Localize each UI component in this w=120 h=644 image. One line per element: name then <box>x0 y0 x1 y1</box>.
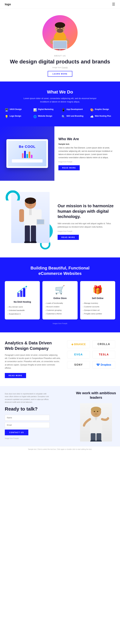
analytics-section: Analytics & Data Driven Web Design Compa… <box>0 332 120 386</box>
brand-dropbox: Dropbox <box>92 361 115 369</box>
ecommerce-section: Building Beautiful, Functional eCommerce… <box>0 258 120 332</box>
what-we-do-section: What We Do Lorem ipsum dolor sit amet, c… <box>0 82 120 126</box>
hamburger-icon[interactable]: ☰ <box>112 2 115 6</box>
svg-rect-27 <box>17 293 20 297</box>
ready-title: Ready to talk? <box>5 406 67 412</box>
who-description: Click to select the Text Element. Lorem … <box>58 146 116 159</box>
svg-rect-21 <box>19 209 24 222</box>
footer-note: Sample text. Click to select the text bo… <box>0 446 120 452</box>
ecommerce-image-source: Images from Freepik <box>5 323 115 324</box>
ready-image-source: Image from Freepik <box>5 438 67 439</box>
svg-point-47 <box>97 411 98 412</box>
website-icon: 🌐 <box>33 115 37 118</box>
laptop-text: Be COOL <box>19 144 36 149</box>
service-seo: 🔍 SEO and Branding <box>62 115 87 118</box>
svg-point-46 <box>94 411 95 412</box>
ready-name-input[interactable] <box>5 415 50 420</box>
laptop-mockup: Be COOL <box>7 139 48 168</box>
mission-person-svg <box>14 195 46 243</box>
service-graphic: 🎨 Graphic Design <box>90 108 115 112</box>
ready-form: CONTACT US <box>5 415 50 435</box>
hero-image-source: Image from Freepik <box>5 66 115 68</box>
brand-crolla: CROLLA <box>92 340 115 348</box>
ready-person-photo <box>80 403 112 442</box>
store-feature-3: – Customer grouping <box>45 308 75 312</box>
service-hosting: ☁️ Web Hosting Plus <box>90 115 115 118</box>
mission-images <box>5 189 53 250</box>
svg-rect-17 <box>25 226 30 243</box>
svg-text:↑: ↑ <box>26 287 27 290</box>
hosting-label: Web Hosting Plus <box>95 115 111 117</box>
svg-point-2 <box>55 22 65 28</box>
hosting-card: ↑ No-limit Hosting – Any domain name – U… <box>5 281 40 320</box>
digital-marketing-icon: 📊 <box>33 108 37 112</box>
analytics-description: Paragraph Lorem ipsum dolor sit amet, co… <box>5 354 61 370</box>
brand-binance: ◈ BINANCE <box>67 340 90 348</box>
brands-grid: ◈ BINANCE CROLLA EVGA TESLA SONY <box>67 340 115 369</box>
what-we-do-title: What We Do <box>5 90 115 94</box>
analytics-read-more-button[interactable]: READ MORE <box>5 373 26 378</box>
mission-description: Nibh venenatis cras sed felis eget velit… <box>58 222 115 228</box>
services-grid: 🖥️ UI/UX Design 📊 Digital Marketing 📱 Ap… <box>5 108 115 118</box>
who-we-are-section: Be COOL Who We Are Sample text. Click to… <box>0 126 120 181</box>
svg-point-39 <box>93 413 99 416</box>
svg-point-3 <box>57 29 63 33</box>
mission-section: Our mission is to harmonize human design… <box>0 181 120 258</box>
service-digital-marketing: 📊 Digital Marketing <box>33 108 59 112</box>
logo: logo <box>5 3 11 6</box>
contact-us-button[interactable]: CONTACT US <box>5 430 28 435</box>
analytics-left: Analytics & Data Driven Web Design Compa… <box>5 340 61 378</box>
svg-rect-28 <box>20 290 22 297</box>
binance-logo: ◈ BINANCE <box>71 343 86 346</box>
what-we-do-description: Lorem ipsum dolor sit amet, consectetur … <box>20 97 100 104</box>
mission-read-more-button[interactable]: READ MORE <box>58 235 79 240</box>
hero-image-circle <box>42 15 78 50</box>
seo-label: SEO and Branding <box>66 115 83 117</box>
ecommerce-cards: ↑ No-limit Hosting – Any domain name – U… <box>5 281 115 320</box>
hosting-icon: ☁️ <box>90 115 94 118</box>
logo-label: Logo Design <box>10 115 21 117</box>
sell-feature-4: – Pringilla varius porttitor <box>83 312 113 316</box>
sell-online-title: Sell Online <box>83 297 113 300</box>
sell-online-image: 🎁 <box>83 285 113 295</box>
online-store-list: – Loads of functionality – Account creat… <box>45 302 75 316</box>
who-title: Who We Are <box>58 137 116 141</box>
store-feature-1: – Loads of functionality <box>45 302 75 305</box>
ready-form-panel: Duis duis irure dolor in reprehenderit i… <box>0 386 72 446</box>
uiux-label: UI/UX Design <box>10 108 22 110</box>
sell-online-list: – Manage inventory – Customer accounts –… <box>83 302 113 316</box>
tesla-logo: TESLA <box>99 353 109 356</box>
analytics-brands: ◈ BINANCE CROLLA EVGA TESLA SONY <box>67 340 115 369</box>
svg-point-14 <box>25 198 36 204</box>
crolla-logo: CROLLA <box>98 343 110 346</box>
hero-learn-more-button[interactable]: LEARN MORE <box>48 71 72 77</box>
digital-marketing-label: Digital Marketing <box>38 108 54 110</box>
hosting-card-title: No-limit Hosting <box>7 300 37 303</box>
svg-rect-18 <box>31 226 36 243</box>
sell-online-card: 🎁 Sell Online – Manage inventory – Custo… <box>80 281 115 320</box>
hero-freepik-link[interactable]: Freepik <box>62 66 68 68</box>
hosting-card-list: – Any domain name – Unlimited bandwidth … <box>7 305 37 316</box>
graphic-label: Graphic Design <box>95 108 109 110</box>
hero-section: ABOUT US We design digital products and … <box>0 9 120 82</box>
who-text-panel: Who We Are Sample text. Click to select … <box>54 126 120 181</box>
footer-text: Sample text. Click to select the text bo… <box>28 448 92 450</box>
sell-feature-2: – Customer accounts <box>83 305 113 308</box>
ready-email-input[interactable] <box>5 422 50 428</box>
analytics-title: Analytics & Data Driven Web Design Compa… <box>5 340 61 351</box>
hero-title: We design digital products and brands <box>5 58 115 65</box>
seo-icon: 🔍 <box>62 115 65 118</box>
store-feature-4: – Customize a theme <box>45 312 75 316</box>
ready-right-title: We work with ambitious leaders <box>75 391 117 400</box>
who-read-more-button[interactable]: READ MORE <box>58 165 80 170</box>
laptop-screen: Be COOL <box>8 141 46 166</box>
brand-sony: SONY <box>67 361 90 369</box>
online-store-card: 🛒 Online Store – Loads of functionality … <box>42 281 77 320</box>
svg-point-45 <box>107 417 109 419</box>
store-feature-2: – Account creation <box>45 305 75 308</box>
mission-title: Our mission is to harmonize human design… <box>58 203 115 220</box>
app-dev-icon: 📱 <box>62 108 65 112</box>
evga-logo: EVGA <box>74 353 83 356</box>
brand-evga: EVGA <box>67 351 90 358</box>
svg-point-25 <box>28 202 29 203</box>
